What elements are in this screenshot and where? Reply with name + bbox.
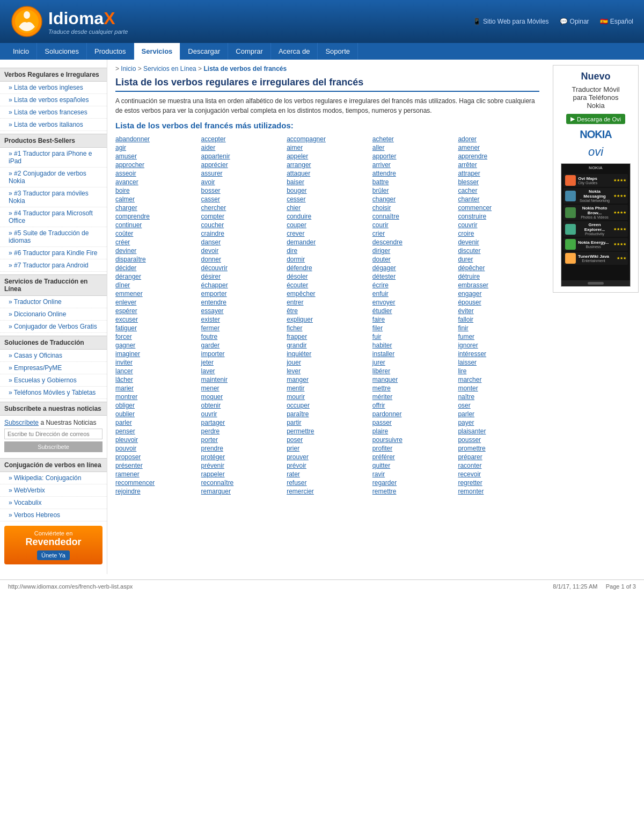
verb-link[interactable]: laver xyxy=(201,367,283,375)
verb-link[interactable]: choisir xyxy=(372,204,454,212)
verb-link[interactable]: engager xyxy=(458,290,539,298)
verb-link[interactable]: brûler xyxy=(372,187,454,194)
verb-link[interactable]: oser xyxy=(458,402,539,409)
verb-link[interactable]: demander xyxy=(287,238,368,246)
verb-link[interactable]: offrir xyxy=(372,402,454,409)
verb-link[interactable]: bouger xyxy=(287,187,368,194)
verb-link[interactable]: entendre xyxy=(201,299,283,306)
verb-link[interactable]: craindre xyxy=(201,230,283,237)
sidebar-link-webverbix[interactable]: WebVerbix xyxy=(0,484,107,497)
sidebar-link-wikipedia[interactable]: Wikipedia: Conjugación xyxy=(0,472,107,484)
verb-link[interactable]: casser xyxy=(201,195,283,203)
verb-link[interactable]: manquer xyxy=(372,376,454,383)
verb-link[interactable]: arrêter xyxy=(458,161,539,169)
verb-link[interactable]: exister xyxy=(201,316,283,323)
verb-link[interactable]: connaître xyxy=(372,213,454,220)
verb-link[interactable]: cacher xyxy=(458,187,539,194)
sidebar-link-verbos-italianos[interactable]: Lista de verbos italianos xyxy=(0,119,107,131)
verb-link[interactable]: crier xyxy=(372,230,454,237)
verb-link[interactable]: payer xyxy=(458,419,539,426)
verb-link[interactable]: arranger xyxy=(287,161,368,169)
verb-link[interactable]: dîner xyxy=(115,281,197,289)
verb-link[interactable]: embrasser xyxy=(458,281,539,289)
verb-link[interactable]: désoler xyxy=(287,273,368,280)
verb-link[interactable]: rater xyxy=(287,470,368,478)
verb-link[interactable]: cesser xyxy=(287,195,368,203)
verb-link[interactable]: partir xyxy=(287,419,368,426)
verb-link[interactable]: désirer xyxy=(201,273,283,280)
verb-link[interactable]: mériter xyxy=(372,393,454,401)
verb-link[interactable]: apporter xyxy=(372,153,454,160)
verb-link[interactable]: penser xyxy=(115,427,197,435)
sidebar-link-p6[interactable]: #6 Traductor para Kindle Fire xyxy=(0,247,107,259)
verb-link[interactable]: assurer xyxy=(201,170,283,177)
verb-link[interactable]: durer xyxy=(458,256,539,263)
verb-link[interactable]: diriger xyxy=(372,247,454,255)
verb-link[interactable]: remercier xyxy=(287,488,368,495)
verb-link[interactable]: inquiéter xyxy=(287,350,368,358)
verb-link[interactable]: remarquer xyxy=(201,488,283,495)
verb-link[interactable]: faire xyxy=(372,316,454,323)
nav-comprar[interactable]: Comprar xyxy=(228,43,271,60)
verb-link[interactable]: attraper xyxy=(458,170,539,177)
verb-link[interactable]: discuter xyxy=(458,247,539,255)
sidebar-link-telefonos[interactable]: Teléfonos Móviles y Tabletas xyxy=(0,387,107,399)
verb-link[interactable]: détester xyxy=(372,273,454,280)
verb-link[interactable]: commencer xyxy=(458,204,539,212)
verb-link[interactable]: devenir xyxy=(458,238,539,246)
verb-link[interactable]: espérer xyxy=(115,307,197,315)
sidebar-link-p5[interactable]: #5 Suite de Traducción de idiomas xyxy=(0,227,107,247)
verb-link[interactable]: enfuir xyxy=(372,290,454,298)
verb-link[interactable]: accompagner xyxy=(287,135,368,143)
breadcrumb-servicios[interactable]: Servicios en Línea xyxy=(143,65,196,72)
verb-link[interactable]: préparer xyxy=(458,453,539,461)
verb-link[interactable]: dire xyxy=(287,247,368,255)
sidebar-link-verbos-hebreos[interactable]: Verbos Hebreos xyxy=(0,509,107,521)
verb-link[interactable]: devoir xyxy=(201,247,283,255)
verb-link[interactable]: asseoir xyxy=(115,170,197,177)
verb-link[interactable]: finir xyxy=(458,324,539,332)
verb-link[interactable]: couvrir xyxy=(458,221,539,229)
sidebar-link-p1[interactable]: #1 Traductor para iPhone e iPad xyxy=(0,148,107,168)
verb-link[interactable]: ouvrir xyxy=(201,410,283,418)
verb-link[interactable]: expliquer xyxy=(287,316,368,323)
verb-link[interactable]: compter xyxy=(201,213,283,220)
verb-link[interactable]: être xyxy=(287,307,368,315)
verb-link[interactable]: attendre xyxy=(372,170,454,177)
nav-soporte[interactable]: Soporte xyxy=(318,43,358,60)
verb-link[interactable]: étudier xyxy=(372,307,454,315)
verb-link[interactable]: pousser xyxy=(458,436,539,444)
subscribe-button[interactable]: Subscríbete xyxy=(4,441,103,452)
sidebar-link-verbos-espanoles[interactable]: Lista de verbos españoles xyxy=(0,94,107,106)
verb-link[interactable]: amener xyxy=(458,144,539,151)
verb-link[interactable]: paraître xyxy=(287,410,368,418)
verb-link[interactable]: proposer xyxy=(115,453,197,461)
verb-link[interactable]: pleuvoir xyxy=(115,436,197,444)
sidebar-link-verbos-franceses[interactable]: Lista de verbos franceses xyxy=(0,106,107,119)
verb-link[interactable]: rappeler xyxy=(201,470,283,478)
nav-descargar[interactable]: Descargar xyxy=(180,43,228,60)
verb-link[interactable]: échapper xyxy=(201,281,283,289)
verb-link[interactable]: aider xyxy=(201,144,283,151)
verb-link[interactable]: mourir xyxy=(287,393,368,401)
verb-link[interactable]: pouvoir xyxy=(115,445,197,452)
verb-link[interactable]: dormir xyxy=(287,256,368,263)
nav-soluciones[interactable]: Soluciones xyxy=(37,43,87,60)
verb-link[interactable]: écrire xyxy=(372,281,454,289)
banner-cta[interactable]: Únete Ya xyxy=(37,550,70,560)
verb-link[interactable]: monter xyxy=(458,385,539,392)
verb-link[interactable]: dégager xyxy=(372,264,454,272)
verb-link[interactable]: partager xyxy=(201,419,283,426)
email-input[interactable] xyxy=(4,429,103,439)
verb-link[interactable]: importer xyxy=(201,350,283,358)
verb-link[interactable]: habiter xyxy=(372,342,454,349)
verb-link[interactable]: bosser xyxy=(201,187,283,194)
verb-link[interactable]: fatiguer xyxy=(115,324,197,332)
verb-link[interactable]: changer xyxy=(372,195,454,203)
verb-link[interactable]: poursuivre xyxy=(372,436,454,444)
verb-link[interactable]: boire xyxy=(115,187,197,194)
verb-link[interactable]: agir xyxy=(115,144,197,151)
verb-link[interactable]: chercher xyxy=(201,204,283,212)
sidebar-link-p7[interactable]: #7 Traductor para Android xyxy=(0,259,107,272)
verb-link[interactable]: imaginer xyxy=(115,350,197,358)
